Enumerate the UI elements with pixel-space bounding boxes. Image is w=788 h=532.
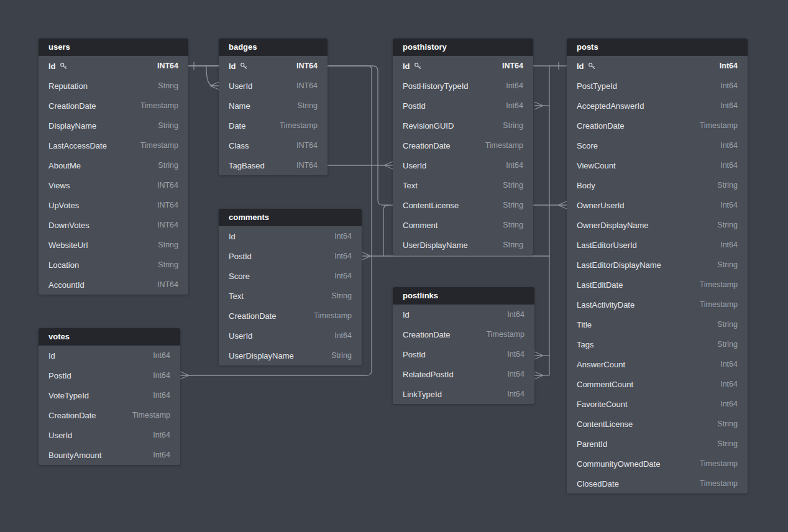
field-row-votes-postid[interactable]: PostIdInt64 <box>39 365 180 385</box>
field-row-posthistory-userdisplayname[interactable]: UserDisplayNameString <box>393 235 533 255</box>
field-row-users-id[interactable]: IdINT64 <box>39 56 188 76</box>
field-row-posts-id[interactable]: IdInt64 <box>567 56 748 76</box>
field-type: Int64 <box>720 101 738 110</box>
field-type: INT64 <box>502 62 523 70</box>
field-row-users-downvotes[interactable]: DownVotesINT64 <box>39 215 188 235</box>
field-row-posthistory-text[interactable]: TextString <box>393 175 533 195</box>
table-posthistory[interactable]: posthistoryIdINT64PostHistoryTypeIdInt64… <box>393 39 533 255</box>
field-type: Int64 <box>507 370 525 378</box>
field-row-users-aboutme[interactable]: AboutMeString <box>39 155 188 175</box>
field-row-badges-class[interactable]: ClassINT64 <box>219 135 328 155</box>
field-row-posts-parentid[interactable]: ParentIdString <box>567 434 748 454</box>
field-row-posts-viewcount[interactable]: ViewCountInt64 <box>567 155 748 175</box>
field-type: Int64 <box>720 62 738 70</box>
field-row-votes-bountyamount[interactable]: BountyAmountInt64 <box>39 445 180 465</box>
field-row-badges-userid[interactable]: UserIdINT64 <box>219 76 328 96</box>
field-type: Int64 <box>153 371 170 380</box>
field-row-posts-score[interactable]: ScoreInt64 <box>567 135 748 155</box>
field-name: Id <box>229 62 236 71</box>
field-name: AccountId <box>48 280 85 290</box>
field-row-posts-commentcount[interactable]: CommentCountInt64 <box>567 374 748 394</box>
field-row-users-views[interactable]: ViewsINT64 <box>39 175 188 195</box>
field-row-posts-lasteditdate[interactable]: LastEditDateTimestamp <box>567 275 748 295</box>
table-votes[interactable]: votesIdInt64PostIdInt64VoteTypeIdInt64Cr… <box>39 328 180 465</box>
field-row-posts-communityowneddate[interactable]: CommunityOwnedDateTimestamp <box>567 454 748 474</box>
field-row-posthistory-comment[interactable]: CommentString <box>393 215 533 235</box>
field-row-badges-name[interactable]: NameString <box>219 96 328 116</box>
field-name: Id <box>48 62 56 71</box>
field-name: LastEditorUserId <box>577 241 637 250</box>
field-row-votes-votetypeid[interactable]: VoteTypeIdInt64 <box>39 385 180 405</box>
table-header-votes[interactable]: votes <box>39 328 180 346</box>
field-row-postlinks-relatedpostid[interactable]: RelatedPostIdInt64 <box>393 364 534 384</box>
field-row-users-reputation[interactable]: ReputationString <box>39 76 188 96</box>
field-row-badges-tagbased[interactable]: TagBasedINT64 <box>219 155 328 175</box>
field-row-posts-lasteditoruserid[interactable]: LastEditorUserIdInt64 <box>567 235 748 255</box>
table-postlinks[interactable]: postlinksIdInt64CreationDateTimestampPos… <box>393 287 534 404</box>
table-users[interactable]: usersIdINT64ReputationStringCreationDate… <box>39 39 188 295</box>
table-header-comments[interactable]: comments <box>219 209 362 226</box>
field-row-posts-tags[interactable]: TagsString <box>567 334 748 354</box>
field-row-posthistory-contentlicense[interactable]: ContentLicenseString <box>393 195 533 215</box>
field-row-votes-id[interactable]: IdInt64 <box>39 346 180 365</box>
crow-foot-marker <box>534 102 543 109</box>
field-row-users-creationdate[interactable]: CreationDateTimestamp <box>39 96 188 116</box>
field-row-badges-id[interactable]: IdINT64 <box>219 56 328 76</box>
field-name: PostId <box>403 350 426 359</box>
field-row-posts-lasteditordisplayname[interactable]: LastEditorDisplayNameString <box>567 255 748 275</box>
field-type: Timestamp <box>487 330 525 339</box>
field-row-posts-title[interactable]: TitleString <box>567 314 748 334</box>
crow-foot-marker <box>558 201 567 209</box>
field-row-posts-acceptedanswerid[interactable]: AcceptedAnswerIdInt64 <box>567 96 748 116</box>
table-header-postlinks[interactable]: postlinks <box>393 287 534 305</box>
table-header-posthistory[interactable]: posthistory <box>393 39 533 56</box>
table-header-posts[interactable]: posts <box>567 39 748 56</box>
erd-canvas[interactable]: usersIdINT64ReputationStringCreationDate… <box>0 0 788 532</box>
field-row-postlinks-id[interactable]: IdInt64 <box>393 305 534 324</box>
field-row-posts-body[interactable]: BodyString <box>567 175 748 195</box>
field-row-users-location[interactable]: LocationString <box>39 255 188 275</box>
field-row-votes-creationdate[interactable]: CreationDateTimestamp <box>39 405 180 425</box>
field-row-users-lastaccessdate[interactable]: LastAccessDateTimestamp <box>39 135 188 155</box>
field-row-posthistory-posthistorytypeid[interactable]: PostHistoryTypeIdInt64 <box>393 76 533 96</box>
field-row-posts-contentlicense[interactable]: ContentLicenseString <box>567 414 748 434</box>
field-row-posts-closeddate[interactable]: ClosedDateTimestamp <box>567 474 748 493</box>
field-row-posts-owneruserid[interactable]: OwnerUserIdInt64 <box>567 195 748 215</box>
field-type: Int64 <box>153 431 170 439</box>
field-row-posts-posttypeid[interactable]: PostTypeIdInt64 <box>567 76 748 96</box>
field-row-badges-date[interactable]: DateTimestamp <box>219 116 328 135</box>
table-header-users[interactable]: users <box>39 39 188 56</box>
field-row-posthistory-postid[interactable]: PostIdInt64 <box>393 96 533 116</box>
field-row-comments-userid[interactable]: UserIdInt64 <box>219 326 362 346</box>
field-row-comments-creationdate[interactable]: CreationDateTimestamp <box>219 306 362 326</box>
field-row-posthistory-creationdate[interactable]: CreationDateTimestamp <box>393 135 533 155</box>
field-name: CreationDate <box>229 311 277 321</box>
field-type: Int64 <box>720 141 738 150</box>
field-row-posts-lastactivitydate[interactable]: LastActivityDateTimestamp <box>567 295 748 314</box>
field-row-comments-text[interactable]: TextString <box>219 286 362 306</box>
table-comments[interactable]: commentsIdInt64PostIdInt64ScoreInt64Text… <box>219 209 362 365</box>
field-row-comments-id[interactable]: IdInt64 <box>219 226 362 246</box>
field-row-votes-userid[interactable]: UserIdInt64 <box>39 425 180 445</box>
field-row-posts-ownerdisplayname[interactable]: OwnerDisplayNameString <box>567 215 748 235</box>
table-header-badges[interactable]: badges <box>219 39 328 56</box>
field-row-posts-creationdate[interactable]: CreationDateTimestamp <box>567 116 748 135</box>
field-row-comments-postid[interactable]: PostIdInt64 <box>219 246 362 266</box>
field-row-comments-score[interactable]: ScoreInt64 <box>219 266 362 286</box>
table-badges[interactable]: badgesIdINT64UserIdINT64NameStringDateTi… <box>219 39 328 175</box>
field-row-postlinks-linktypeid[interactable]: LinkTypeIdInt64 <box>393 384 534 404</box>
field-row-users-websiteurl[interactable]: WebsiteUrlString <box>39 235 188 255</box>
field-row-users-accountid[interactable]: AccountIdINT64 <box>39 275 188 295</box>
field-row-postlinks-creationdate[interactable]: CreationDateTimestamp <box>393 324 534 344</box>
field-row-posts-favoritecount[interactable]: FavoriteCountInt64 <box>567 394 748 414</box>
field-row-posthistory-revisionguid[interactable]: RevisionGUIDString <box>393 116 533 135</box>
field-name: Text <box>229 291 244 301</box>
table-posts[interactable]: postsIdInt64PostTypeIdInt64AcceptedAnswe… <box>567 39 748 493</box>
field-row-posts-answercount[interactable]: AnswerCountInt64 <box>567 354 748 374</box>
field-row-users-displayname[interactable]: DisplayNameString <box>39 116 188 135</box>
field-row-posthistory-id[interactable]: IdINT64 <box>393 56 533 76</box>
field-row-posthistory-userid[interactable]: UserIdInt64 <box>393 155 533 175</box>
field-row-postlinks-postid[interactable]: PostIdInt64 <box>393 344 534 364</box>
field-row-users-upvotes[interactable]: UpVotesINT64 <box>39 195 188 215</box>
field-row-comments-userdisplayname[interactable]: UserDisplayNameString <box>219 346 362 365</box>
